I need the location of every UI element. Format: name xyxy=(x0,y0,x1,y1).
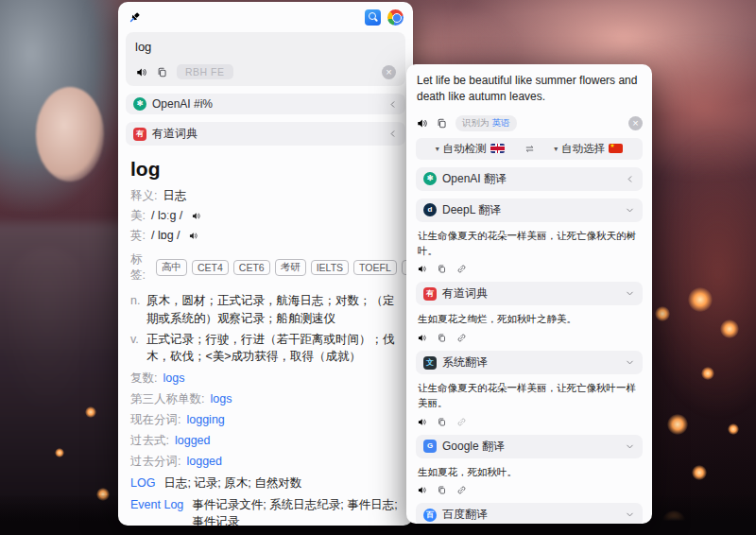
pin-icon[interactable] xyxy=(128,10,142,25)
link-icon[interactable] xyxy=(456,333,467,343)
wallpaper-figure-face xyxy=(36,87,104,181)
source-language-label: 自动检测 xyxy=(443,142,487,156)
chevron-down-icon[interactable] xyxy=(625,357,635,368)
chevron-left-icon[interactable] xyxy=(625,174,635,184)
service-name: Google 翻译 xyxy=(442,439,619,455)
easydict-app-icon[interactable] xyxy=(365,9,381,26)
link-icon[interactable] xyxy=(456,485,467,495)
service-name: 有道词典 xyxy=(442,285,619,302)
desktop: log RBH FE × ✻ OpenAI #i% 有 有道词典 log 释义:… xyxy=(0,0,756,535)
service-name: 有道词典 xyxy=(152,126,382,142)
service-header-deepl[interactable]: d DeepL 翻译 xyxy=(416,198,643,222)
phrase-row: Event Log事件记录文件; 系统日志纪录; 事件日志; 事件记录 xyxy=(130,496,401,526)
link-icon[interactable] xyxy=(456,417,467,427)
word-form-link[interactable]: logs xyxy=(163,371,184,385)
exam-tag: 高中 xyxy=(156,259,187,276)
youdao-icon: 有 xyxy=(423,287,437,301)
titlebar xyxy=(126,7,405,27)
link-icon[interactable] xyxy=(456,264,467,274)
service-header-system[interactable]: 文 系统翻译 xyxy=(416,351,643,374)
service-header-baidu[interactable]: 百 百度翻译 xyxy=(416,503,643,524)
service-name: OpenAI 翻译 xyxy=(442,171,619,187)
system-translate-icon: 文 xyxy=(423,356,437,370)
wallpaper-figure-body xyxy=(0,222,137,535)
exam-tag: CET4 xyxy=(192,260,229,275)
phrase-definition: 事件记录文件; 系统日志纪录; 事件日志; 事件记录 xyxy=(192,496,401,526)
service-header-youdao[interactable]: 有 有道词典 xyxy=(416,282,643,305)
speaker-icon[interactable] xyxy=(135,66,147,78)
speaker-icon[interactable] xyxy=(417,264,427,274)
baidu-translate-icon: 百 xyxy=(423,509,437,522)
copy-icon[interactable] xyxy=(437,264,447,274)
chevron-down-icon[interactable] xyxy=(625,509,635,520)
youdao-icon: 有 xyxy=(133,128,146,141)
source-text[interactable]: Let life be beautiful like summer flower… xyxy=(416,72,643,107)
service-name: 百度翻译 xyxy=(442,507,619,523)
meaning-label: 释义: xyxy=(130,189,157,202)
word-form: 第三人称单数:logs xyxy=(130,391,401,407)
tags-label: 标签: xyxy=(130,251,146,284)
service-header-google[interactable]: G Google 翻译 xyxy=(416,435,643,458)
query-card: log RBH FE × xyxy=(126,32,405,86)
chevron-down-icon[interactable] xyxy=(625,441,635,452)
clear-icon[interactable]: × xyxy=(628,116,643,130)
pos-label: v. xyxy=(130,331,146,367)
query-input[interactable]: log xyxy=(135,40,396,54)
openai-icon: ✻ xyxy=(423,172,437,185)
copy-icon[interactable] xyxy=(437,485,447,495)
definition-verb: v. 正式记录；行驶，行进（若干距离或时间）；伐木，砍伐；<美>成功获得，取得（… xyxy=(130,331,401,367)
phrase-definition: 日志; 记录; 原木; 自然对数 xyxy=(163,475,401,492)
copy-icon[interactable] xyxy=(437,417,447,427)
phrase-link[interactable]: Event Log xyxy=(130,496,183,526)
word-form-link[interactable]: logged xyxy=(175,434,211,447)
chevron-left-icon[interactable] xyxy=(387,99,398,110)
service-name: DeepL 翻译 xyxy=(442,202,619,218)
speaker-icon[interactable] xyxy=(416,117,428,129)
word-form-link[interactable]: logging xyxy=(186,413,224,426)
speaker-icon[interactable] xyxy=(188,231,198,241)
source-language-select[interactable]: ▾ 自动检测 xyxy=(416,142,524,156)
translation-window: Let life be beautiful like summer flower… xyxy=(406,64,652,524)
translation-result: 让生命像夏天的花朵一样美丽，让死亡像秋天的树叶。 xyxy=(418,229,641,259)
clear-icon[interactable]: × xyxy=(382,65,396,79)
definition-noun: n. 原木，圆材；正式记录，航海日志；对数；（定期或系统的）观察记录；船舶测速仪 xyxy=(130,292,401,328)
copy-icon[interactable] xyxy=(156,66,168,78)
service-name: OpenAI #i% xyxy=(152,97,382,111)
word-form: 过去式:logged xyxy=(130,433,401,449)
exam-tag: TOEFL xyxy=(353,260,397,275)
copy-icon[interactable] xyxy=(436,117,448,129)
chrome-app-icon[interactable] xyxy=(387,9,404,26)
speaker-icon[interactable] xyxy=(417,485,427,495)
translation-result: 生如夏花，死如秋叶。 xyxy=(418,465,641,480)
chevron-down-icon[interactable] xyxy=(625,288,635,299)
exam-tag: 考研 xyxy=(275,259,306,276)
chevron-left-icon[interactable] xyxy=(387,129,398,139)
speaker-icon[interactable] xyxy=(417,417,427,427)
definition-text: 正式记录；行驶，行进（若干距离或时间）；伐木，砍伐；<美>成功获得，取得（成就） xyxy=(146,331,401,367)
phrase-link[interactable]: LOG xyxy=(130,475,155,492)
service-header-openai[interactable]: ✻ OpenAI 翻译 xyxy=(416,167,643,191)
word-form-link[interactable]: logged xyxy=(186,455,222,468)
dictionary-window: log RBH FE × ✻ OpenAI #i% 有 有道词典 log 释义:… xyxy=(118,2,413,526)
exam-tag: IELTS xyxy=(311,260,349,275)
target-language-select[interactable]: ▾ 自动选择 xyxy=(535,142,644,156)
speaker-icon[interactable] xyxy=(417,333,427,343)
exam-tag: CET6 xyxy=(233,260,270,275)
translation-result: 让生命像夏天的花朵一样美丽，让死亡像秋叶一样美丽。 xyxy=(418,381,641,411)
chevron-down-icon: ▾ xyxy=(554,145,558,153)
service-header-openai[interactable]: ✻ OpenAI #i% xyxy=(126,94,405,114)
service-header-youdao[interactable]: 有 有道词典 xyxy=(126,122,405,146)
translation-result: 生如夏花之绚烂，死如秋叶之静美。 xyxy=(418,312,641,327)
swap-languages-icon[interactable] xyxy=(524,144,535,154)
openai-icon: ✻ xyxy=(133,97,146,111)
word-form-link[interactable]: logs xyxy=(210,392,232,406)
chevron-down-icon[interactable] xyxy=(625,205,635,216)
chevron-down-icon: ▾ xyxy=(436,145,439,153)
dictionary-result: log 释义:日志 美:/ lɔːg / 英:/ lɒg / 标签: 高中 CE… xyxy=(126,146,405,526)
china-flag-icon xyxy=(609,144,623,153)
word-form: 现在分词:logging xyxy=(130,412,401,428)
detected-language-badge: 识别为英语 xyxy=(455,115,517,131)
copy-icon[interactable] xyxy=(437,333,447,343)
target-language-label: 自动选择 xyxy=(561,142,605,156)
speaker-icon[interactable] xyxy=(191,211,201,221)
